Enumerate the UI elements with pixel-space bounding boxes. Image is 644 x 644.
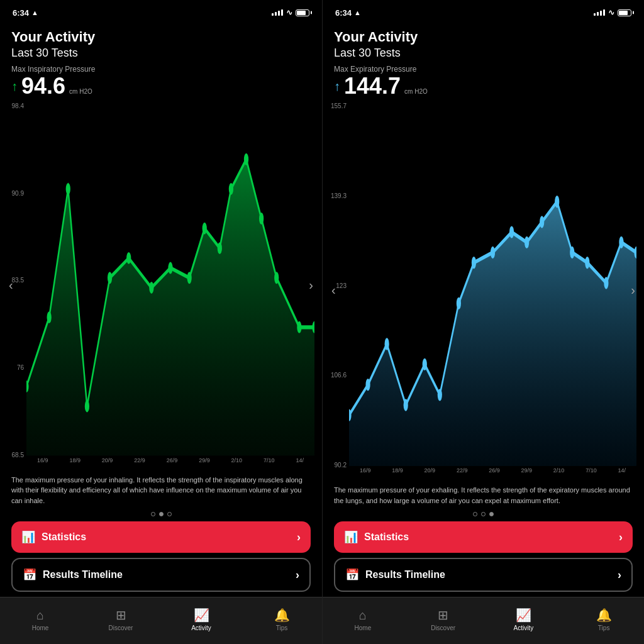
svg-point-24 [438, 389, 442, 401]
svg-marker-18 [349, 202, 636, 466]
tips-icon-1: 🔔 [274, 608, 290, 623]
nav-discover-2[interactable]: ⊞ Discover [403, 608, 484, 631]
svg-point-31 [555, 196, 559, 208]
pagination-dots-2 [334, 509, 633, 521]
location-icon-2: ▲ [354, 9, 361, 16]
chart-container-1: ‹ 98.4 90.9 83.5 76 68.5 [8, 100, 314, 470]
statistics-icon-1: 📊 [21, 530, 35, 544]
svg-point-15 [274, 272, 279, 284]
svg-point-29 [525, 236, 529, 248]
svg-point-32 [570, 247, 574, 258]
activity-icon-1: 📈 [194, 608, 209, 623]
metric-label-2: Max Expiratory Pressure [334, 65, 633, 74]
status-left-2: 6:34 ▲ [335, 8, 361, 18]
trend-arrow-1: ↑ [11, 79, 18, 94]
chart-nav-right-1[interactable]: › [309, 277, 313, 292]
signal-icon-1 [272, 9, 283, 16]
nav-home-1[interactable]: ⌂ Home [0, 608, 80, 631]
chart-wrapper-1: 98.4 90.9 83.5 76 68.5 [8, 100, 314, 470]
metric-value-row-2: ↑ 144.7 cm H2O [334, 75, 633, 97]
statistics-chevron-2: › [619, 531, 623, 544]
svg-point-2 [47, 311, 52, 323]
tips-icon-2: 🔔 [596, 608, 612, 623]
dot-1-3 [167, 512, 172, 516]
svg-point-28 [509, 226, 514, 238]
chart-area-1: 16/9 18/9 20/9 22/9 26/9 29/9 2/10 7/10 … [26, 100, 314, 470]
dot-2-3 [489, 512, 494, 516]
signal-icon-2 [594, 9, 605, 16]
status-left-1: 6:34 ▲ [13, 8, 38, 18]
chart-nav-left-1[interactable]: ‹ [9, 277, 13, 292]
nav-activity-2[interactable]: 📈 Activity [484, 608, 564, 631]
svg-point-10 [203, 223, 207, 235]
timeline-chevron-2: › [618, 569, 621, 582]
buttons-area-2: 📊 Statistics › 📅 Results Timeline › [323, 521, 644, 597]
chart-svg-2 [349, 100, 636, 466]
svg-point-5 [108, 272, 112, 284]
metric-unit-1: cm H2O [69, 88, 92, 95]
svg-point-13 [244, 153, 248, 165]
page-title-1: Your Activity [11, 29, 311, 45]
x-axis-2: 16/9 18/9 20/9 22/9 26/9 29/9 2/10 7/10 … [349, 466, 636, 479]
nav-discover-1[interactable]: ⊞ Discover [80, 608, 161, 631]
nav-home-2[interactable]: ⌂ Home [323, 608, 403, 631]
svg-point-6 [126, 252, 131, 264]
bottom-nav-2: ⌂ Home ⊞ Discover 📈 Activity 🔔 Tips [323, 597, 644, 644]
svg-point-34 [604, 277, 608, 289]
status-bar-2: 6:34 ▲ ∿ [323, 0, 644, 23]
timeline-icon-2: 📅 [345, 568, 359, 582]
chart-nav-right-2[interactable]: › [631, 283, 635, 297]
svg-point-22 [404, 399, 408, 411]
metric-unit-2: cm H2O [404, 88, 428, 95]
subtitle-2: Last 30 Tests [334, 47, 633, 60]
statistics-chevron-1: › [297, 531, 301, 544]
bottom-nav-1: ⌂ Home ⊞ Discover 📈 Activity 🔔 Tips [0, 597, 322, 644]
phone-2: 6:34 ▲ ∿ Your Activity Last 30 Tests Max… [322, 0, 644, 644]
chart-area-2: 16/9 18/9 20/9 22/9 26/9 29/9 2/10 7/10 … [349, 100, 636, 480]
chart-svg-1 [26, 100, 314, 456]
svg-point-26 [472, 257, 476, 269]
svg-point-8 [168, 262, 172, 274]
svg-point-16 [297, 321, 301, 333]
content-2: Your Activity Last 30 Tests Max Expirato… [323, 23, 644, 521]
dot-2-2 [481, 512, 486, 516]
page-title-2: Your Activity [334, 29, 633, 45]
x-axis-1: 16/9 18/9 20/9 22/9 26/9 29/9 2/10 7/10 … [26, 456, 314, 469]
phone-1: 6:34 ▲ ∿ Your Activity Last 30 Tests Max… [0, 0, 322, 644]
description-1: The maximum pressure of your inhaling. I… [11, 470, 311, 510]
buttons-area-1: 📊 Statistics › 📅 Results Timeline › [0, 521, 322, 597]
statistics-button-2[interactable]: 📊 Statistics › [334, 521, 633, 553]
nav-activity-1[interactable]: 📈 Activity [161, 608, 242, 631]
discover-icon-1: ⊞ [116, 608, 126, 623]
statistics-button-1[interactable]: 📊 Statistics › [11, 521, 311, 553]
wifi-icon-1: ∿ [286, 8, 292, 17]
status-bar-1: 6:34 ▲ ∿ [0, 0, 322, 23]
description-2: The maximum pressure of your exhaling. I… [334, 480, 633, 509]
status-right-1: ∿ [272, 8, 309, 17]
chart-nav-left-2[interactable]: ‹ [331, 283, 336, 297]
metric-label-1: Max Inspiratory Pressure [11, 65, 311, 74]
svg-point-9 [187, 272, 192, 284]
svg-point-25 [457, 297, 461, 309]
trend-arrow-2: ↑ [334, 79, 340, 94]
svg-point-11 [218, 242, 222, 254]
chart-wrapper-2: 155.7 139.3 123 106.6 90.2 [330, 100, 636, 480]
results-timeline-button-2[interactable]: 📅 Results Timeline › [334, 558, 633, 592]
dot-1-2 [159, 512, 164, 516]
nav-tips-1[interactable]: 🔔 Tips [242, 608, 322, 631]
svg-point-14 [259, 213, 264, 225]
svg-point-21 [385, 338, 389, 350]
time-display-2: 6:34 [335, 8, 352, 18]
svg-point-20 [365, 379, 370, 391]
activity-icon-2: 📈 [516, 608, 531, 623]
svg-point-27 [491, 247, 495, 258]
battery-icon-2 [618, 9, 631, 16]
subtitle-1: Last 30 Tests [11, 47, 311, 60]
statistics-icon-2: 📊 [344, 530, 358, 544]
discover-icon-2: ⊞ [438, 608, 448, 623]
svg-point-23 [423, 358, 427, 370]
svg-point-30 [540, 216, 544, 228]
nav-tips-2[interactable]: 🔔 Tips [564, 608, 644, 631]
svg-point-12 [229, 183, 233, 195]
results-timeline-button-1[interactable]: 📅 Results Timeline › [11, 558, 311, 592]
